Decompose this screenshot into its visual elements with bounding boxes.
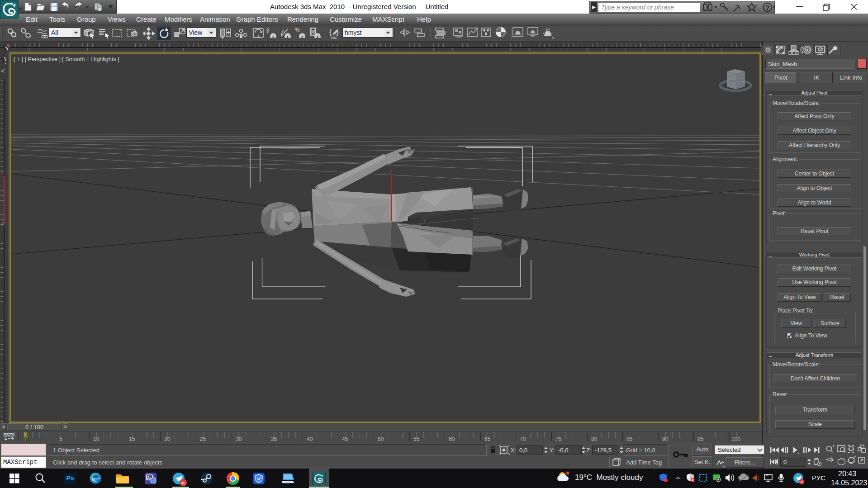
svg-text:{: { <box>329 28 332 36</box>
svg-text:3: 3 <box>266 27 269 34</box>
svg-text:RIGHT: RIGHT <box>738 79 746 82</box>
svg-text:45: 45 <box>181 481 185 485</box>
svg-text:%: % <box>295 27 300 33</box>
svg-text:[ + ] [ Perspective ] [ Smooth: [ + ] [ Perspective ] [ Smooth + Highlig… <box>14 56 119 62</box>
svg-text:FRONT: FRONT <box>728 80 738 82</box>
svg-text:Z: Z <box>389 170 392 175</box>
svg-text:x: x <box>419 222 421 227</box>
svg-text:ABC: ABC <box>331 36 337 39</box>
svg-text:?: ? <box>766 4 770 11</box>
svg-text:.5: .5 <box>800 480 803 483</box>
svg-text:y: y <box>423 217 426 222</box>
